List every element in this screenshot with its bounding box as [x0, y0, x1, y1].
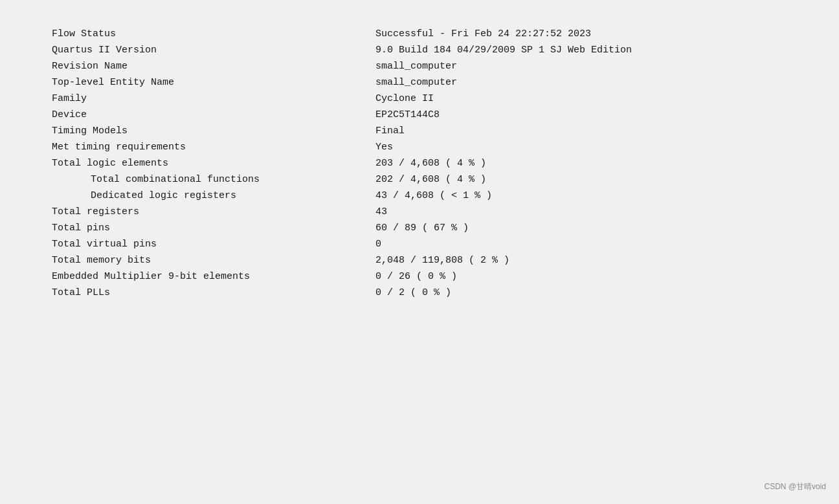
row-value-13: 0: [375, 236, 800, 252]
row-value-0: Successful - Fri Feb 24 22:27:52 2023: [375, 26, 800, 42]
row-value-9: 202 / 4,608 ( 4 % ): [375, 171, 800, 188]
row-value-4: Cyclone II: [375, 91, 800, 107]
row-label-8: Total logic elements: [52, 155, 375, 171]
row-label-4: Family: [52, 91, 375, 107]
row-value-6: Final: [375, 123, 800, 139]
row-value-16: 0 / 2 ( 0 % ): [375, 285, 800, 301]
row-value-14: 2,048 / 119,808 ( 2 % ): [375, 252, 800, 268]
row-label-16: Total PLLs: [52, 285, 375, 301]
report-table: Flow StatusSuccessful - Fri Feb 24 22:27…: [52, 26, 800, 301]
row-value-7: Yes: [375, 139, 800, 155]
row-label-9: Total combinational functions: [52, 171, 375, 188]
row-label-11: Total registers: [52, 204, 375, 220]
row-label-7: Met timing requirements: [52, 139, 375, 155]
row-label-14: Total memory bits: [52, 252, 375, 268]
row-value-1: 9.0 Build 184 04/29/2009 SP 1 SJ Web Edi…: [375, 42, 800, 58]
row-label-3: Top-level Entity Name: [52, 74, 375, 91]
row-label-0: Flow Status: [52, 26, 375, 42]
row-value-12: 60 / 89 ( 67 % ): [375, 220, 800, 236]
row-value-3: small_computer: [375, 74, 800, 91]
row-value-5: EP2C5T144C8: [375, 107, 800, 123]
row-label-12: Total pins: [52, 220, 375, 236]
row-label-10: Dedicated logic registers: [52, 188, 375, 204]
row-value-15: 0 / 26 ( 0 % ): [375, 268, 800, 285]
row-label-6: Timing Models: [52, 123, 375, 139]
row-label-5: Device: [52, 107, 375, 123]
row-value-2: small_computer: [375, 58, 800, 74]
row-value-8: 203 / 4,608 ( 4 % ): [375, 155, 800, 171]
row-label-2: Revision Name: [52, 58, 375, 74]
row-label-1: Quartus II Version: [52, 42, 375, 58]
row-label-13: Total virtual pins: [52, 236, 375, 252]
watermark: CSDN @甘晴void: [764, 481, 826, 492]
row-value-11: 43: [375, 204, 800, 220]
row-label-15: Embedded Multiplier 9-bit elements: [52, 268, 375, 285]
report-container: Flow StatusSuccessful - Fri Feb 24 22:27…: [0, 0, 839, 504]
row-value-10: 43 / 4,608 ( < 1 % ): [375, 188, 800, 204]
